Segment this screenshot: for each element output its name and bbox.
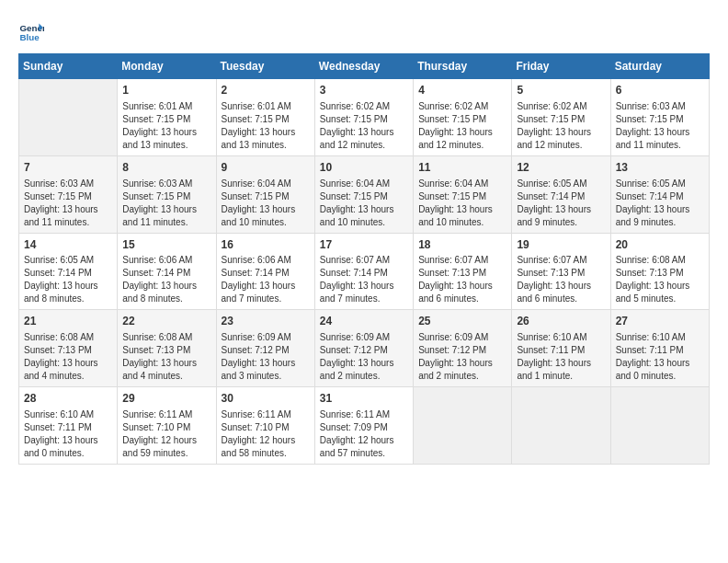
day-info: Sunrise: 6:03 AMSunset: 7:15 PMDaylight:… xyxy=(122,178,210,229)
header-tuesday: Tuesday xyxy=(216,54,314,79)
day-info: Sunrise: 6:10 AMSunset: 7:11 PMDaylight:… xyxy=(24,408,112,460)
calendar-cell: 2Sunrise: 6:01 AMSunset: 7:15 PMDaylight… xyxy=(216,79,314,156)
calendar-cell: 17Sunrise: 6:07 AMSunset: 7:14 PMDayligh… xyxy=(314,233,413,310)
day-info: Sunrise: 6:08 AMSunset: 7:13 PMDaylight:… xyxy=(616,254,704,305)
calendar-cell: 18Sunrise: 6:07 AMSunset: 7:13 PMDayligh… xyxy=(414,233,512,310)
calendar-cell xyxy=(610,387,709,465)
day-info: Sunrise: 6:11 AMSunset: 7:09 PMDaylight:… xyxy=(320,408,408,460)
day-number: 19 xyxy=(517,237,605,253)
day-number: 30 xyxy=(222,391,310,407)
calendar-cell: 31Sunrise: 6:11 AMSunset: 7:09 PMDayligh… xyxy=(314,387,413,465)
day-info: Sunrise: 6:06 AMSunset: 7:14 PMDaylight:… xyxy=(122,254,210,305)
calendar-cell: 16Sunrise: 6:06 AMSunset: 7:14 PMDayligh… xyxy=(216,233,314,310)
calendar-cell: 5Sunrise: 6:02 AMSunset: 7:15 PMDaylight… xyxy=(512,79,610,156)
calendar-cell: 12Sunrise: 6:05 AMSunset: 7:14 PMDayligh… xyxy=(512,155,610,233)
calendar-cell: 23Sunrise: 6:09 AMSunset: 7:12 PMDayligh… xyxy=(216,310,314,387)
day-number: 28 xyxy=(24,391,112,407)
day-number: 12 xyxy=(517,160,605,176)
calendar-cell: 8Sunrise: 6:03 AMSunset: 7:15 PMDaylight… xyxy=(118,155,216,233)
calendar-cell: 7Sunrise: 6:03 AMSunset: 7:15 PMDaylight… xyxy=(19,155,118,233)
day-info: Sunrise: 6:01 AMSunset: 7:15 PMDaylight:… xyxy=(222,100,310,152)
calendar-cell: 6Sunrise: 6:03 AMSunset: 7:15 PMDaylight… xyxy=(610,79,709,156)
day-number: 22 xyxy=(122,314,210,329)
day-number: 27 xyxy=(616,314,704,329)
calendar-header-row: SundayMondayTuesdayWednesdayThursdayFrid… xyxy=(19,54,710,79)
header-wednesday: Wednesday xyxy=(314,54,413,79)
header-thursday: Thursday xyxy=(414,54,512,79)
day-info: Sunrise: 6:07 AMSunset: 7:14 PMDaylight:… xyxy=(320,254,408,305)
calendar-cell: 1Sunrise: 6:01 AMSunset: 7:15 PMDaylight… xyxy=(118,79,216,156)
day-number: 3 xyxy=(320,83,408,98)
day-number: 9 xyxy=(222,160,310,176)
day-info: Sunrise: 6:11 AMSunset: 7:10 PMDaylight:… xyxy=(222,408,310,460)
day-info: Sunrise: 6:02 AMSunset: 7:15 PMDaylight:… xyxy=(517,100,605,152)
day-number: 10 xyxy=(320,160,408,176)
calendar-week-row: 1Sunrise: 6:01 AMSunset: 7:15 PMDaylight… xyxy=(19,79,710,156)
calendar-cell: 26Sunrise: 6:10 AMSunset: 7:11 PMDayligh… xyxy=(512,310,610,387)
day-number: 24 xyxy=(320,314,408,329)
calendar-cell: 15Sunrise: 6:06 AMSunset: 7:14 PMDayligh… xyxy=(118,233,216,310)
day-info: Sunrise: 6:08 AMSunset: 7:13 PMDaylight:… xyxy=(122,331,210,383)
calendar-cell xyxy=(512,387,610,465)
day-info: Sunrise: 6:01 AMSunset: 7:15 PMDaylight:… xyxy=(122,100,210,152)
day-info: Sunrise: 6:02 AMSunset: 7:15 PMDaylight:… xyxy=(418,100,506,152)
day-number: 21 xyxy=(24,314,112,329)
calendar-week-row: 21Sunrise: 6:08 AMSunset: 7:13 PMDayligh… xyxy=(19,310,710,387)
day-info: Sunrise: 6:08 AMSunset: 7:13 PMDaylight:… xyxy=(24,331,112,383)
day-info: Sunrise: 6:09 AMSunset: 7:12 PMDaylight:… xyxy=(320,331,408,383)
calendar-cell: 19Sunrise: 6:07 AMSunset: 7:13 PMDayligh… xyxy=(512,233,610,310)
day-info: Sunrise: 6:05 AMSunset: 7:14 PMDaylight:… xyxy=(517,178,605,229)
calendar-cell: 11Sunrise: 6:04 AMSunset: 7:15 PMDayligh… xyxy=(414,155,512,233)
calendar-cell: 3Sunrise: 6:02 AMSunset: 7:15 PMDaylight… xyxy=(314,79,413,156)
calendar-cell: 10Sunrise: 6:04 AMSunset: 7:15 PMDayligh… xyxy=(314,155,413,233)
day-info: Sunrise: 6:10 AMSunset: 7:11 PMDaylight:… xyxy=(517,331,605,383)
day-number: 13 xyxy=(616,160,704,176)
calendar-cell xyxy=(19,79,118,156)
day-info: Sunrise: 6:05 AMSunset: 7:14 PMDaylight:… xyxy=(616,178,704,229)
day-info: Sunrise: 6:10 AMSunset: 7:11 PMDaylight:… xyxy=(616,331,704,383)
day-number: 23 xyxy=(222,314,310,329)
day-number: 11 xyxy=(418,160,506,176)
day-info: Sunrise: 6:03 AMSunset: 7:15 PMDaylight:… xyxy=(616,100,704,152)
day-info: Sunrise: 6:11 AMSunset: 7:10 PMDaylight:… xyxy=(122,408,210,460)
day-info: Sunrise: 6:09 AMSunset: 7:12 PMDaylight:… xyxy=(222,331,310,383)
day-info: Sunrise: 6:07 AMSunset: 7:13 PMDaylight:… xyxy=(517,254,605,305)
day-number: 16 xyxy=(222,237,310,253)
calendar-week-row: 28Sunrise: 6:10 AMSunset: 7:11 PMDayligh… xyxy=(19,387,710,465)
calendar-cell: 13Sunrise: 6:05 AMSunset: 7:14 PMDayligh… xyxy=(610,155,709,233)
calendar-cell: 4Sunrise: 6:02 AMSunset: 7:15 PMDaylight… xyxy=(414,79,512,156)
page-header: General Blue xyxy=(18,18,710,44)
calendar-cell: 24Sunrise: 6:09 AMSunset: 7:12 PMDayligh… xyxy=(314,310,413,387)
day-number: 5 xyxy=(517,83,605,98)
day-info: Sunrise: 6:05 AMSunset: 7:14 PMDaylight:… xyxy=(24,254,112,305)
day-number: 1 xyxy=(122,83,210,98)
day-number: 7 xyxy=(24,160,112,176)
calendar-cell: 28Sunrise: 6:10 AMSunset: 7:11 PMDayligh… xyxy=(19,387,118,465)
day-number: 4 xyxy=(418,83,506,98)
calendar-week-row: 7Sunrise: 6:03 AMSunset: 7:15 PMDaylight… xyxy=(19,155,710,233)
day-number: 31 xyxy=(320,391,408,407)
day-number: 18 xyxy=(418,237,506,253)
header-saturday: Saturday xyxy=(610,54,709,79)
calendar-cell: 21Sunrise: 6:08 AMSunset: 7:13 PMDayligh… xyxy=(19,310,118,387)
calendar-week-row: 14Sunrise: 6:05 AMSunset: 7:14 PMDayligh… xyxy=(19,233,710,310)
day-info: Sunrise: 6:02 AMSunset: 7:15 PMDaylight:… xyxy=(320,100,408,152)
calendar-cell: 30Sunrise: 6:11 AMSunset: 7:10 PMDayligh… xyxy=(216,387,314,465)
calendar-cell: 20Sunrise: 6:08 AMSunset: 7:13 PMDayligh… xyxy=(610,233,709,310)
header-sunday: Sunday xyxy=(19,54,118,79)
calendar-cell: 25Sunrise: 6:09 AMSunset: 7:12 PMDayligh… xyxy=(414,310,512,387)
day-info: Sunrise: 6:09 AMSunset: 7:12 PMDaylight:… xyxy=(418,331,506,383)
day-info: Sunrise: 6:04 AMSunset: 7:15 PMDaylight:… xyxy=(418,178,506,229)
day-info: Sunrise: 6:06 AMSunset: 7:14 PMDaylight:… xyxy=(222,254,310,305)
calendar-cell: 29Sunrise: 6:11 AMSunset: 7:10 PMDayligh… xyxy=(118,387,216,465)
day-number: 29 xyxy=(122,391,210,407)
day-info: Sunrise: 6:07 AMSunset: 7:13 PMDaylight:… xyxy=(418,254,506,305)
logo-icon: General Blue xyxy=(18,18,44,44)
day-number: 26 xyxy=(517,314,605,329)
day-number: 14 xyxy=(24,237,112,253)
day-number: 2 xyxy=(222,83,310,98)
day-number: 15 xyxy=(122,237,210,253)
day-info: Sunrise: 6:04 AMSunset: 7:15 PMDaylight:… xyxy=(222,178,310,229)
calendar-cell xyxy=(414,387,512,465)
day-number: 8 xyxy=(122,160,210,176)
